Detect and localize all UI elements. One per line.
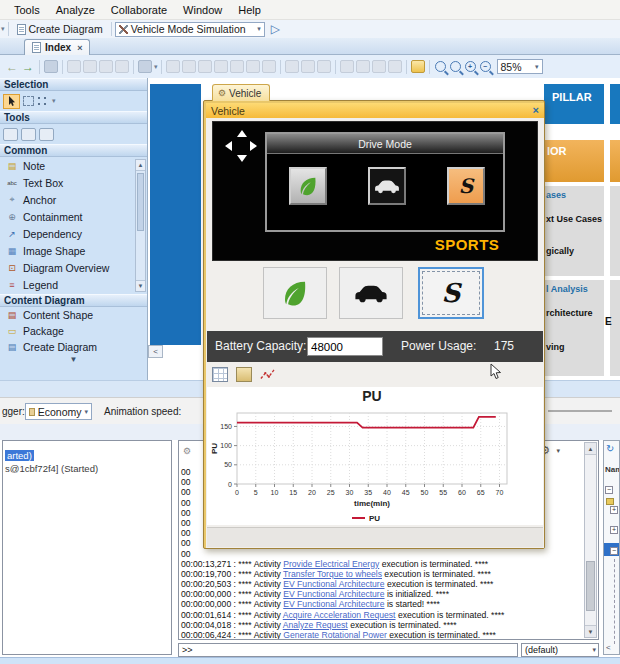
select-cursor-tool[interactable]	[3, 94, 20, 109]
battery-capacity-input[interactable]	[307, 337, 383, 356]
palette-item-dependency[interactable]: ↗Dependency	[0, 225, 147, 242]
activity-link[interactable]: Acquire Acceleration Request	[283, 610, 396, 620]
console-prompt-field[interactable]: >>	[178, 643, 518, 657]
multi-select-tool[interactable]	[37, 96, 48, 106]
scroll-down-icon[interactable]: ▼	[585, 625, 596, 637]
menu-tools[interactable]: Tools	[6, 4, 48, 16]
collapse-icon[interactable]: −	[610, 547, 618, 555]
palette-item-create-diagram[interactable]: ▤Create Diagram	[0, 339, 147, 355]
close-icon[interactable]: ×	[533, 105, 539, 116]
overflow-chevron-icon[interactable]: ▾	[1, 25, 5, 33]
palette-item-diagram-overview[interactable]: ⊡Diagram Overview	[0, 259, 147, 276]
session-item[interactable]: arted)	[3, 449, 171, 462]
palette-item-package[interactable]: ▭Package	[0, 323, 147, 339]
gear-icon[interactable]: ⚙	[183, 446, 191, 456]
expand-icon[interactable]: +	[610, 526, 618, 534]
chevron-down-icon[interactable]: ▾	[52, 97, 56, 105]
palette-item-content-shape[interactable]: ▤Content Shape	[0, 307, 147, 323]
palette-scrollbar[interactable]: ▲ ▼	[135, 159, 146, 292]
palette-section-tools[interactable]: Tools	[0, 111, 147, 124]
sport-mode-indicator[interactable]: S	[447, 167, 485, 205]
normal-mode-button[interactable]	[339, 267, 403, 319]
sessions-panel[interactable]: arted)s@1cbf72f4] (Started)	[2, 440, 172, 655]
chevron-down-icon[interactable]: ▾	[556, 447, 560, 455]
scope-combo[interactable]: (default) ▾	[521, 643, 599, 657]
bg-fragment: xt Use Cases	[546, 214, 602, 224]
zoom-out-icon[interactable]: −	[480, 61, 491, 72]
palette-section-selection[interactable]: Selection	[0, 78, 147, 91]
console-scrollbar[interactable]: ▲ ▼	[584, 442, 597, 638]
eco-mode-indicator[interactable]	[289, 167, 327, 205]
refresh-icon[interactable]: ↻	[606, 443, 614, 454]
canvas-hscroll-left-icon[interactable]: <	[148, 345, 163, 358]
chevron-down-icon[interactable]: ▾	[154, 63, 158, 71]
tree-row[interactable]: +	[610, 523, 618, 535]
validation-icon[interactable]	[411, 60, 425, 73]
marquee-select-tool[interactable]	[23, 96, 34, 106]
show-points-icon[interactable]	[260, 367, 276, 382]
menu-window[interactable]: Window	[175, 4, 230, 16]
activity-link[interactable]: EV Functional Architecture	[283, 579, 384, 589]
activity-link[interactable]: EV Functional Architecture	[283, 599, 384, 609]
export-image-icon[interactable]	[236, 367, 252, 382]
tree-row[interactable]: +	[610, 503, 618, 515]
scroll-thumb[interactable]	[137, 173, 144, 231]
scroll-down-icon[interactable]: ▼	[136, 280, 145, 291]
scroll-up-icon[interactable]: ▲	[585, 443, 596, 455]
back-icon[interactable]: ←	[6, 60, 18, 74]
activity-link[interactable]: Generate Rotational Power	[283, 630, 387, 640]
eco-mode-button[interactable]	[263, 267, 327, 319]
sticky-tool-icon[interactable]	[3, 128, 18, 141]
sport-mode-button[interactable]: S	[418, 267, 484, 319]
run-simulation-button[interactable]: ▷	[271, 22, 280, 36]
palette-item-text-box[interactable]: abcText Box	[0, 174, 147, 191]
palette-item-constraint[interactable]: {}Constraint	[0, 293, 147, 294]
variables-panel[interactable]: ↻ Nam − + + − <	[603, 440, 620, 655]
normal-mode-indicator[interactable]	[368, 167, 406, 205]
zoom-in-icon[interactable]: +	[465, 61, 476, 72]
scroll-thumb[interactable]	[586, 561, 595, 611]
containment-tree-icon[interactable]	[44, 60, 58, 73]
menu-help[interactable]: Help	[230, 4, 269, 16]
expand-icon[interactable]: +	[610, 506, 618, 514]
activity-link[interactable]: Provide Electrical Energy	[283, 559, 379, 569]
diagram-blue-pillar[interactable]	[150, 84, 201, 345]
forward-icon[interactable]: →	[22, 60, 34, 74]
trigger-combo[interactable]: Economy ▾	[25, 403, 92, 420]
palette-section-content-diagram[interactable]: Content Diagram	[0, 294, 147, 307]
vehicle-frame-tab[interactable]: ⚙ Vehicle	[212, 84, 270, 101]
palette-section-common[interactable]: Common	[0, 144, 147, 157]
split-vertical-icon[interactable]	[39, 128, 54, 141]
animation-speed-slider[interactable]	[548, 410, 612, 412]
svg-text:5: 5	[254, 489, 258, 496]
menu-collaborate[interactable]: Collaborate	[103, 4, 175, 16]
tree-row-selected[interactable]: −	[604, 543, 620, 556]
palette-expand-chevron-icon[interactable]: ▼	[0, 355, 147, 364]
export-table-icon[interactable]	[212, 367, 228, 382]
simulation-config-combo[interactable]: Vehicle Mode Simulation ▾	[115, 22, 265, 37]
session-item[interactable]: s@1cbf72f4] (Started)	[3, 462, 171, 475]
palette-item-note[interactable]: ▤Note	[0, 157, 147, 174]
palette-item-image-shape[interactable]: ▦Image Shape	[0, 242, 147, 259]
scroll-up-icon[interactable]: ▲	[136, 160, 145, 171]
split-horizontal-icon[interactable]	[21, 128, 36, 141]
palette-item-containment[interactable]: ⊕Containment	[0, 208, 147, 225]
activity-link[interactable]: Analyze Request	[283, 620, 348, 630]
svg-text:35: 35	[364, 489, 372, 496]
activity-link[interactable]: EV Functional Architecture	[283, 589, 384, 599]
zoom-fit-icon[interactable]	[435, 61, 446, 72]
close-tab-icon[interactable]: ×	[77, 43, 82, 53]
activity-link[interactable]: Transfer Torque to wheels	[283, 569, 382, 579]
create-diagram-button[interactable]: Create Diagram	[12, 21, 108, 37]
collapse-icon[interactable]: −	[605, 486, 613, 494]
zoom-selection-icon[interactable]	[450, 61, 461, 72]
palette-item-legend[interactable]: ≡Legend	[0, 276, 147, 293]
tab-index[interactable]: Index ×	[24, 39, 90, 55]
menu-analyze[interactable]: Analyze	[48, 4, 103, 16]
hscroll-left-icon[interactable]: <	[606, 643, 611, 652]
svg-text:0: 0	[235, 489, 239, 496]
vehicle-window-titlebar[interactable]: Vehicle ×	[206, 103, 544, 118]
palette-item-anchor[interactable]: ⌖Anchor	[0, 191, 147, 208]
structure-icon[interactable]	[138, 60, 152, 73]
zoom-level-combo[interactable]: 85% ▾	[497, 59, 543, 74]
